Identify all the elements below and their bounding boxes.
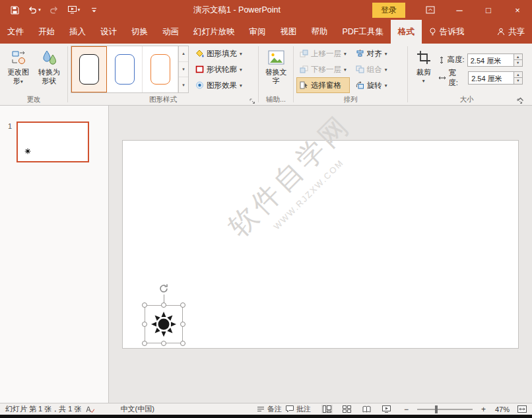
- rotate-label: 旋转: [367, 81, 382, 90]
- gallery-up-button[interactable]: ▴: [179, 46, 188, 62]
- reading-view-button[interactable]: [361, 405, 372, 413]
- resize-handle-e[interactable]: [180, 322, 185, 327]
- arrange-layer-column: 上移一层 ▾ 下移一层 ▾ 选择窗格: [296, 46, 350, 93]
- convert-to-shape-button[interactable]: 转换为形状: [34, 46, 65, 94]
- group-objects-button[interactable]: 组合 ▾: [352, 61, 391, 77]
- rotate-button[interactable]: 旋转 ▾: [352, 77, 391, 93]
- fit-slide-to-window-button[interactable]: [517, 405, 527, 413]
- reading-view-icon: [362, 405, 371, 413]
- group-objects-label: 组合: [367, 65, 382, 75]
- ribbon-display-options-button[interactable]: [416, 0, 445, 20]
- change-shape-button[interactable]: 更改图形▾: [3, 46, 34, 94]
- powerpoint-window: ▾ ▾ 演示文稿1 - PowerPoint 登录 ─ □ × 文件: [0, 0, 532, 418]
- slideshow-view-button[interactable]: [381, 405, 392, 413]
- crop-button[interactable]: 裁剪 ▾: [411, 46, 437, 94]
- notes-button[interactable]: 备注: [257, 404, 282, 414]
- tab-transitions[interactable]: 切换: [124, 20, 155, 44]
- shape-fill-button[interactable]: 图形填充 ▾: [192, 46, 246, 61]
- shape-style-option-1[interactable]: [71, 46, 107, 92]
- tab-format[interactable]: 格式: [391, 20, 422, 44]
- zoom-slider[interactable]: [417, 409, 473, 410]
- shape-style-option-2[interactable]: [107, 46, 143, 92]
- slide-sorter-icon: [343, 405, 351, 413]
- width-row: 宽度: 2.54 厘米 ▴ ▾: [438, 69, 523, 87]
- tab-file[interactable]: 文件: [0, 20, 31, 44]
- resize-handle-nw[interactable]: [142, 302, 147, 308]
- resize-handle-ne[interactable]: [180, 302, 185, 308]
- width-decrease-button[interactable]: ▾: [514, 78, 522, 84]
- comments-icon: [286, 405, 294, 413]
- send-backward-button[interactable]: 下移一层 ▾: [296, 61, 350, 77]
- change-shape-icon: [11, 49, 26, 66]
- proofing-status-button[interactable]: [86, 405, 94, 413]
- maximize-button[interactable]: □: [474, 0, 503, 20]
- save-button[interactable]: [7, 3, 22, 17]
- resize-handle-sw[interactable]: [142, 341, 147, 346]
- editing-canvas: 软件自学网 WWW.RJZXW.COM: [109, 106, 532, 403]
- selected-sun-shape[interactable]: [145, 305, 183, 343]
- width-increase-button[interactable]: ▴: [514, 72, 522, 79]
- shape-style-menus: 图形填充 ▾ 形状轮廓 ▾ 图形效果 ▾: [192, 46, 246, 93]
- slide-thumbnail-1[interactable]: [17, 122, 89, 162]
- normal-view-button[interactable]: [321, 405, 333, 413]
- bring-forward-button[interactable]: 上移一层 ▾: [296, 46, 350, 61]
- zoom-out-button[interactable]: −: [403, 405, 410, 414]
- alt-text-button[interactable]: 替换文字: [261, 46, 290, 94]
- resize-handle-s[interactable]: [161, 341, 166, 346]
- customize-qat-button[interactable]: [86, 3, 102, 17]
- shape-effects-button[interactable]: 图形效果 ▾: [192, 77, 246, 93]
- shape-effects-label: 图形效果: [207, 81, 237, 90]
- tab-tell-me[interactable]: 告诉我: [422, 20, 472, 44]
- login-button[interactable]: 登录: [372, 3, 405, 18]
- height-increase-button[interactable]: ▴: [514, 54, 522, 61]
- tab-review[interactable]: 审阅: [242, 20, 273, 44]
- tab-bar-spacer: [472, 20, 490, 44]
- height-decrease-button[interactable]: ▾: [514, 60, 522, 66]
- tab-insert[interactable]: 插入: [62, 20, 93, 44]
- align-button[interactable]: 对齐 ▾: [352, 46, 391, 61]
- comments-button[interactable]: 批注: [286, 404, 311, 414]
- slide-sorter-view-button[interactable]: [341, 405, 352, 413]
- height-icon: [438, 56, 445, 64]
- minimize-button[interactable]: ─: [445, 0, 474, 20]
- resize-handle-w[interactable]: [142, 322, 147, 327]
- tab-home[interactable]: 开始: [31, 20, 62, 44]
- resize-handle-n[interactable]: [161, 302, 166, 308]
- align-label: 对齐: [367, 49, 382, 59]
- watermark: 软件自学网 WWW.RJZXW.COM: [205, 90, 385, 271]
- tab-design[interactable]: 设计: [93, 20, 124, 44]
- zoom-slider-thumb[interactable]: [435, 405, 438, 413]
- tab-help[interactable]: 帮助: [304, 20, 335, 44]
- tab-slideshow[interactable]: 幻灯片放映: [186, 20, 242, 44]
- tab-pdf-tools[interactable]: PDF工具集: [335, 20, 391, 44]
- gallery-more-button[interactable]: ▾: [179, 77, 188, 92]
- collapse-ribbon-button[interactable]: [517, 97, 524, 102]
- language-status-button[interactable]: 中文(中国): [121, 404, 154, 414]
- shape-width-input[interactable]: 2.54 厘米 ▴ ▾: [468, 71, 523, 85]
- close-button[interactable]: ×: [503, 0, 532, 20]
- slide-canvas[interactable]: 软件自学网 WWW.RJZXW.COM: [122, 140, 519, 349]
- gallery-down-button[interactable]: ▾: [179, 62, 188, 78]
- fit-to-window-icon: [517, 405, 527, 413]
- shape-styles-dialog-launcher[interactable]: [249, 98, 255, 104]
- tab-view[interactable]: 视图: [273, 20, 304, 44]
- selection-pane-button[interactable]: 选择窗格: [296, 77, 350, 93]
- rotate-icon: [356, 81, 364, 89]
- shape-outline-button[interactable]: 形状轮廓 ▾: [192, 61, 246, 77]
- shape-height-input[interactable]: 2.54 厘米 ▴ ▾: [467, 53, 523, 67]
- tab-animations[interactable]: 动画: [155, 20, 186, 44]
- rotate-handle[interactable]: [158, 283, 170, 294]
- undo-button[interactable]: ▾: [26, 3, 42, 17]
- zoom-percentage[interactable]: 47%: [491, 405, 510, 413]
- notes-icon: [257, 406, 265, 413]
- start-slideshow-button[interactable]: ▾: [66, 3, 82, 17]
- redo-button[interactable]: [46, 3, 62, 17]
- bring-forward-icon: [300, 50, 308, 57]
- shape-style-option-3[interactable]: [143, 46, 178, 92]
- resize-handle-se[interactable]: [180, 341, 185, 346]
- style-preview-orange: [150, 54, 170, 85]
- selection-pane-label: 选择窗格: [311, 81, 341, 90]
- zoom-in-button[interactable]: +: [480, 405, 487, 414]
- width-icon: [438, 75, 446, 81]
- share-button[interactable]: 共享: [490, 20, 532, 44]
